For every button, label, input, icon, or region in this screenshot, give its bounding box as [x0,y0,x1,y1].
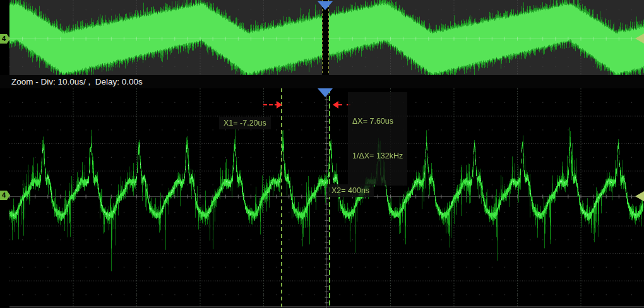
cursor-x1-line[interactable] [281,88,282,307]
inverse-delta-x-value: 1/ΔX= 132kHz [352,150,403,162]
cursor-x2-readout: X2= 400ns [327,184,374,197]
trigger-position-icon[interactable] [318,1,333,10]
zoom-info-bar: Zoom - Div: 10.0us/ , Delay: 0.00s [0,75,644,88]
cursor-arrow-head-right-icon [277,101,282,109]
trigger-level-icon[interactable] [635,33,644,44]
trigger-position-icon[interactable] [318,88,333,97]
cursor-x1-readout: X1= -7.20us [219,117,271,129]
cursor-delta-readout: ΔX= 7.60us 1/ΔX= 132kHz [348,92,407,186]
cursor-arrow-head-left-icon [333,101,338,109]
oscilloscope-display: Zoom - Div: 10.0us/ , Delay: 0.00s 4 4 X… [0,0,644,308]
zoom-info-text: Zoom - Div: 10.0us/ , Delay: 0.00s [11,77,143,86]
cursor-x2-line[interactable] [329,88,330,307]
trigger-level-icon[interactable] [635,191,644,201]
delta-x-value: ΔX= 7.60us [352,116,403,127]
zoom-waveform-view[interactable] [0,88,644,308]
main-timebase-view[interactable] [0,0,644,75]
